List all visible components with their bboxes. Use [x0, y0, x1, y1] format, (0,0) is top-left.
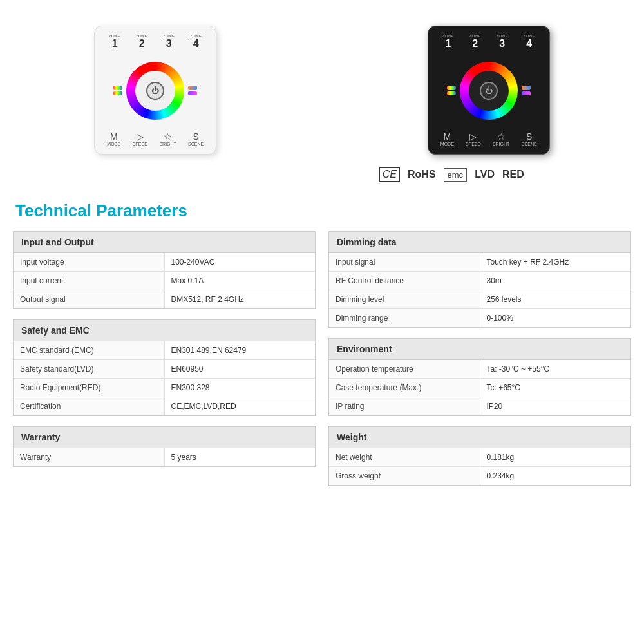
product-images-section: ZONE 1 ZONE 2 ZONE 3 ZONE 4 [13, 13, 631, 188]
black-color-btn-2 [447, 91, 456, 95]
input-voltage-row: Input voltage 100-240VAC [14, 253, 315, 272]
white-middle-row: ⏻ [101, 62, 209, 120]
black-controller-container: ZONE 1 ZONE 2 ZONE 3 ZONE 4 [379, 26, 550, 182]
black-ring-inner: ⏻ [469, 71, 509, 111]
dimming-range-label: Dimming range [329, 309, 480, 327]
safety-emc-header: Safety and EMC [14, 320, 315, 341]
black-mode-btn: M MODE [440, 132, 454, 146]
emc-standard-label: EMC standard (EMC) [14, 341, 165, 359]
certification-row-table: Certification CE,EMC,LVD,RED [14, 397, 315, 415]
net-weight-value: 0.181kg [480, 448, 631, 466]
white-power-button[interactable]: ⏻ [146, 82, 164, 100]
black-speed-btn: ▷ SPEED [466, 132, 481, 146]
operation-temp-label: Operation temperature [329, 360, 480, 378]
weight-header: Weight [329, 427, 630, 448]
black-middle-row: ⏻ [435, 62, 543, 120]
white-right-btn-2 [188, 91, 197, 95]
black-controller: ZONE 1 ZONE 2 ZONE 3 ZONE 4 [428, 26, 550, 155]
black-right-btn-1 [522, 86, 531, 90]
parameters-grid: Input and Output Input voltage 100-240VA… [13, 231, 631, 486]
rohs-cert: RoHS [408, 169, 436, 180]
white-bottom-row: M MODE ▷ SPEED ☆ BRIGHT S SCENE [101, 132, 209, 146]
left-params-col: Input and Output Input voltage 100-240VA… [13, 231, 316, 486]
warranty-header: Warranty [14, 427, 315, 448]
white-zone-4: ZONE 4 [190, 34, 202, 49]
radio-equipment-value: EN300 328 [165, 379, 316, 397]
black-zone-2: ZONE 2 [469, 34, 481, 49]
black-right-btn-2 [522, 91, 531, 95]
dimming-level-label: Dimming level [329, 290, 480, 308]
black-left-buttons [447, 86, 456, 95]
warranty-label: Warranty [14, 448, 165, 466]
white-zone-3: ZONE 3 [163, 34, 175, 49]
operation-temp-value: Ta: -30°C ~ +55°C [480, 360, 631, 378]
black-bottom-row: M MODE ▷ SPEED ☆ BRIGHT S SCENE [435, 132, 543, 146]
input-current-row: Input current Max 0.1A [14, 272, 315, 290]
red-cert: RED [502, 169, 524, 180]
white-rainbow-ring: ⏻ [126, 62, 184, 120]
certification-value: CE,EMC,LVD,RED [165, 397, 316, 415]
case-temp-value: Tc: +65°C [480, 379, 631, 397]
certification-label: Certification [14, 397, 165, 415]
input-current-label: Input current [14, 272, 165, 290]
dimming-level-row: Dimming level 256 levels [329, 290, 630, 309]
right-params-col: Dimming data Input signal Touch key + RF… [328, 231, 631, 486]
dimming-header: Dimming data [329, 232, 630, 253]
black-rainbow-ring: ⏻ [460, 62, 518, 120]
input-voltage-value: 100-240VAC [165, 253, 316, 271]
white-bright-btn: ☆ BRIGHT [159, 132, 176, 146]
certification-row: CE RoHS emc LVD RED [379, 162, 550, 182]
black-zone-4: ZONE 4 [523, 34, 535, 49]
white-color-btn-1 [113, 86, 122, 90]
safety-standard-value: EN60950 [165, 360, 316, 378]
black-zone-1: ZONE 1 [442, 34, 454, 49]
warranty-value: 5 years [165, 448, 316, 466]
dimming-range-row: Dimming range 0-100% [329, 309, 630, 327]
safety-emc-table: Safety and EMC EMC standard (EMC) EN301 … [13, 319, 316, 416]
radio-equipment-row: Radio Equipment(RED) EN300 328 [14, 379, 315, 397]
white-color-btn-2 [113, 91, 122, 95]
input-signal-row: Input signal Touch key + RF 2.4GHz [329, 253, 630, 272]
weight-table: Weight Net weight 0.181kg Gross weight 0… [328, 426, 631, 486]
input-output-header: Input and Output [14, 232, 315, 253]
environment-table: Environment Operation temperature Ta: -3… [328, 338, 631, 416]
emc-cert: emc [444, 168, 468, 182]
black-color-btn-1 [447, 86, 456, 90]
emc-standard-row: EMC standard (EMC) EN301 489,EN 62479 [14, 341, 315, 360]
dimming-range-value: 0-100% [480, 309, 631, 327]
radio-equipment-label: Radio Equipment(RED) [14, 379, 165, 397]
ip-rating-value: IP20 [480, 397, 631, 415]
black-power-button[interactable]: ⏻ [480, 82, 498, 100]
white-controller-container: ZONE 1 ZONE 2 ZONE 3 ZONE 4 [94, 26, 216, 155]
section-title: Technical Parameters [13, 201, 631, 221]
gross-weight-label: Gross weight [329, 467, 480, 485]
input-voltage-label: Input voltage [14, 253, 165, 271]
white-zone-1: ZONE 1 [109, 34, 121, 49]
black-zone-row: ZONE 1 ZONE 2 ZONE 3 ZONE 4 [435, 34, 543, 49]
white-right-buttons [188, 86, 197, 95]
net-weight-row: Net weight 0.181kg [329, 448, 630, 467]
warranty-row: Warranty 5 years [14, 448, 315, 466]
black-bright-btn: ☆ BRIGHT [493, 132, 509, 146]
input-signal-label: Input signal [329, 253, 480, 271]
emc-standard-value: EN301 489,EN 62479 [165, 341, 316, 359]
dimming-table: Dimming data Input signal Touch key + RF… [328, 231, 631, 328]
black-right-buttons [522, 86, 531, 95]
output-signal-value: DMX512, RF 2.4GHz [165, 290, 316, 308]
input-current-value: Max 0.1A [165, 272, 316, 290]
ip-rating-row: IP rating IP20 [329, 397, 630, 415]
lvd-cert: LVD [475, 169, 495, 180]
black-zone-3: ZONE 3 [496, 34, 508, 49]
ip-rating-label: IP rating [329, 397, 480, 415]
input-signal-value: Touch key + RF 2.4GHz [480, 253, 631, 271]
white-ring-inner: ⏻ [135, 71, 175, 111]
safety-standard-label: Safety standard(LVD) [14, 360, 165, 378]
white-right-btn-1 [188, 86, 197, 90]
environment-header: Environment [329, 339, 630, 360]
operation-temp-row: Operation temperature Ta: -30°C ~ +55°C [329, 360, 630, 379]
input-output-table: Input and Output Input voltage 100-240VA… [13, 231, 316, 309]
white-left-buttons [113, 86, 122, 95]
warranty-table: Warranty Warranty 5 years [13, 426, 316, 467]
case-temp-row: Case temperature (Max.) Tc: +65°C [329, 379, 630, 397]
white-zone-2: ZONE 2 [136, 34, 148, 49]
